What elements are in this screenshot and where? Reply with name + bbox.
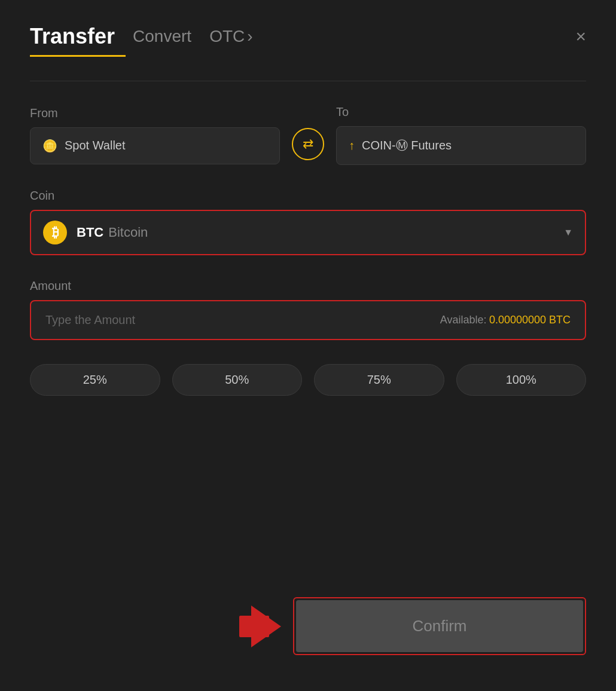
pct-50-button[interactable]: 50%: [172, 364, 303, 396]
percentage-row: 25% 50% 75% 100%: [30, 364, 586, 396]
bottom-section: Confirm: [30, 597, 586, 655]
to-wallet-selector[interactable]: ↑ COIN-Ⓜ Futures: [336, 126, 586, 165]
convert-tab[interactable]: Convert: [133, 27, 191, 46]
wallet-icon: 🪙: [42, 139, 57, 153]
confirm-button[interactable]: Confirm: [296, 600, 583, 652]
to-wallet-label: COIN-Ⓜ Futures: [362, 137, 452, 154]
pct-75-button[interactable]: 75%: [314, 364, 444, 396]
close-button[interactable]: ×: [575, 27, 586, 45]
amount-label: Amount: [30, 279, 586, 293]
to-label: To: [336, 105, 586, 119]
swap-icon: ⇄: [303, 136, 313, 152]
swap-container: ⇄: [280, 110, 336, 160]
active-tab-underline: [30, 55, 126, 57]
transfer-modal: Transfer Convert OTC › × From 🪙 Spot Wal…: [0, 0, 616, 691]
futures-icon: ↑: [349, 139, 355, 152]
coin-section: Coin ₿ BTC Bitcoin ▼: [30, 189, 586, 255]
coin-label: Coin: [30, 189, 586, 203]
coin-fullname: Bitcoin: [108, 225, 148, 240]
available-value: 0.00000000 BTC: [489, 314, 571, 326]
from-wallet-selector[interactable]: 🪙 Spot Wallet: [30, 127, 280, 164]
arrow-icon: [251, 606, 281, 647]
arrow-indicator: [251, 606, 281, 647]
amount-section: Amount Available: 0.00000000 BTC: [30, 279, 586, 340]
confirm-button-wrapper: Confirm: [293, 597, 586, 655]
header-divider: [30, 81, 586, 81]
to-field-group: To ↑ COIN-Ⓜ Futures: [336, 105, 586, 165]
pct-100-button[interactable]: 100%: [456, 364, 587, 396]
amount-box: Available: 0.00000000 BTC: [30, 300, 586, 340]
transfer-tab[interactable]: Transfer: [30, 24, 115, 49]
available-label: Available: 0.00000000 BTC: [440, 314, 571, 326]
otc-tab[interactable]: OTC ›: [209, 27, 252, 46]
coin-dropdown[interactable]: ₿ BTC Bitcoin ▼: [30, 210, 586, 255]
from-field-group: From 🪙 Spot Wallet: [30, 106, 280, 164]
btc-icon: ₿: [43, 221, 67, 244]
from-wallet-label: Spot Wallet: [65, 139, 126, 152]
from-to-row: From 🪙 Spot Wallet ⇄ To ↑ COIN-Ⓜ Futures: [30, 105, 586, 165]
amount-input[interactable]: [45, 313, 440, 327]
pct-25-button[interactable]: 25%: [30, 364, 160, 396]
swap-button[interactable]: ⇄: [292, 128, 324, 160]
modal-header: Transfer Convert OTC › ×: [30, 24, 586, 49]
coin-symbol: BTC: [77, 225, 103, 240]
chevron-down-icon: ▼: [563, 227, 573, 238]
from-label: From: [30, 106, 280, 120]
